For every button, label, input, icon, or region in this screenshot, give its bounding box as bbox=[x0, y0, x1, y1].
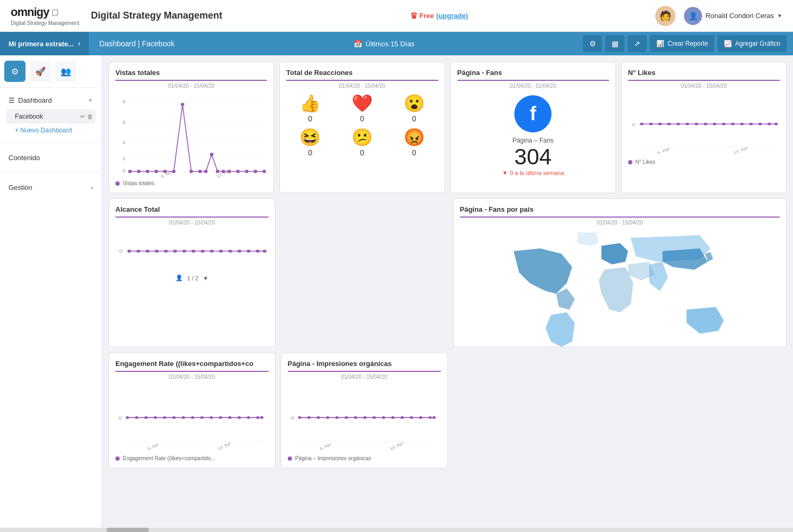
legend-dot bbox=[115, 181, 120, 186]
wow-emoji: 😮 bbox=[404, 93, 425, 113]
svg-point-42 bbox=[722, 123, 725, 126]
strategy-selector[interactable]: Mi primera estrate... › bbox=[0, 32, 89, 55]
svg-point-81 bbox=[210, 416, 213, 419]
upgrade-link[interactable]: (upgrade) bbox=[436, 12, 468, 20]
world-map bbox=[460, 230, 780, 347]
dashboard-label: Dashboard bbox=[18, 96, 52, 104]
svg-text:6. Apr: 6. Apr bbox=[656, 146, 671, 155]
svg-point-19 bbox=[204, 170, 208, 173]
heart-emoji: ❤️ bbox=[352, 93, 373, 113]
alcance-dropdown-icon[interactable]: ▼ bbox=[203, 275, 208, 281]
vistas-totales-date: 01/04/20 - 15/04/20 bbox=[115, 83, 267, 89]
facebook-edit-icon[interactable]: ✏ bbox=[80, 113, 85, 120]
impresiones-organicas-title: Página - Impresiones orgánicas bbox=[288, 360, 441, 372]
date-filter[interactable]: 📅 Últimos 15 Días bbox=[354, 40, 414, 48]
sidebar-item-dashboard[interactable]: ☰ Dashboard ▼ bbox=[6, 92, 95, 109]
sidebar-people-icon[interactable]: 👥 bbox=[55, 61, 77, 82]
svg-point-94 bbox=[307, 416, 311, 419]
settings-button[interactable]: ⚙ bbox=[583, 35, 602, 52]
svg-point-83 bbox=[228, 416, 231, 419]
facebook-big-icon: f bbox=[514, 95, 552, 132]
angry-emoji: 😡 bbox=[404, 127, 425, 147]
vistas-totales-chart: 8 6 4 2 0 bbox=[115, 93, 267, 178]
svg-point-103 bbox=[391, 416, 394, 419]
alcance-pagination: 👤 1 / 2 ▼ bbox=[115, 275, 269, 281]
svg-point-43 bbox=[731, 123, 734, 126]
n-likes-legend: N° Likes bbox=[628, 159, 780, 165]
svg-point-36 bbox=[667, 123, 671, 126]
agregar-grafico-button[interactable]: 📈 Agregar Gráfico bbox=[717, 35, 787, 52]
heart-count: 0 bbox=[360, 114, 364, 123]
share-button[interactable]: ⇗ bbox=[628, 35, 647, 52]
svg-text:0: 0 bbox=[632, 122, 636, 127]
svg-point-104 bbox=[400, 416, 404, 419]
sidebar-section-contenido: Contenido bbox=[0, 145, 102, 170]
svg-point-44 bbox=[740, 123, 744, 126]
person-icon: 👤 bbox=[176, 275, 183, 281]
new-dashboard-button[interactable]: + Nuevo Dashboard bbox=[6, 124, 95, 136]
svg-point-63 bbox=[219, 250, 223, 253]
svg-point-93 bbox=[298, 416, 301, 419]
sidebar-item-facebook[interactable]: Facebook ✏ 🗑 bbox=[6, 110, 95, 123]
vistas-totales-legend: Vistas totales bbox=[115, 180, 267, 186]
sidebar-settings-icon[interactable]: ⚙ bbox=[4, 61, 26, 82]
svg-point-12 bbox=[146, 170, 149, 173]
facebook-delete-icon[interactable]: 🗑 bbox=[87, 113, 93, 120]
breadcrumb: Dashboard | Facebook bbox=[89, 39, 185, 48]
new-dashboard-label: + Nuevo Dashboard bbox=[15, 127, 72, 134]
sidebar-item-gestion[interactable]: Gestión › bbox=[6, 179, 95, 196]
date-filter-label: Últimos 15 Días bbox=[365, 40, 414, 48]
dashboard-collapse-icon: ▼ bbox=[88, 97, 93, 103]
dashboard-list-icon: ☰ bbox=[9, 96, 15, 104]
n-likes-legend-label: N° Likes bbox=[636, 159, 655, 165]
content-area: Vistas totales 01/04/20 - 15/04/20 8 6 4… bbox=[102, 55, 793, 532]
svg-point-86 bbox=[256, 416, 260, 419]
svg-point-35 bbox=[658, 123, 662, 126]
impresiones-organicas-legend: Página – Impresiones orgánicas bbox=[288, 455, 441, 461]
svg-point-84 bbox=[238, 416, 241, 419]
svg-point-24 bbox=[236, 170, 240, 173]
svg-point-55 bbox=[146, 250, 149, 253]
pagina-fans-date: 01/04/20 - 15/04/20 bbox=[457, 83, 609, 89]
svg-point-59 bbox=[182, 250, 186, 253]
card-impresiones-organicas: Página - Impresiones orgánicas 01/04/20 … bbox=[281, 353, 448, 468]
logo-area: omnigy □ Digital Strategy Management Dig… bbox=[11, 5, 222, 26]
svg-point-40 bbox=[704, 123, 707, 126]
sidebar-rocket-icon[interactable]: 🚀 bbox=[30, 61, 51, 82]
svg-text:6. Apr: 6. Apr bbox=[147, 442, 160, 451]
svg-point-75 bbox=[154, 416, 157, 419]
n-likes-date: 01/04/20 - 15/04/20 bbox=[628, 83, 780, 89]
svg-point-79 bbox=[191, 416, 194, 419]
logo-bracket: □ bbox=[52, 7, 58, 18]
svg-point-16 bbox=[181, 103, 185, 106]
engagement-rate-legend: Engagement Rate ((likes+compartido... bbox=[115, 455, 269, 461]
svg-text:6: 6 bbox=[122, 119, 125, 125]
grid-button[interactable]: ▦ bbox=[605, 35, 624, 52]
crear-reporte-button[interactable]: 📊 Crear Reporte bbox=[650, 35, 714, 52]
sidebar-item-contenido[interactable]: Contenido bbox=[6, 149, 95, 166]
svg-point-13 bbox=[155, 170, 158, 173]
svg-point-34 bbox=[649, 123, 653, 126]
sidebar: ⚙ 🚀 👥 ☰ Dashboard ▼ Facebook ✏ 🗑 + Nuevo bbox=[0, 55, 102, 532]
svg-text:0: 0 bbox=[119, 416, 122, 421]
gestion-label: Gestión bbox=[9, 184, 32, 192]
svg-point-33 bbox=[640, 123, 644, 126]
svg-point-27 bbox=[262, 170, 266, 173]
svg-point-96 bbox=[326, 416, 329, 419]
fans-change-text: 0 a la última semana bbox=[510, 170, 564, 176]
decorative-avatar: 🧑 bbox=[655, 6, 675, 26]
user-menu[interactable]: 👤 Ronald Condori Ceras ▼ bbox=[684, 7, 782, 25]
calendar-icon: 📅 bbox=[354, 40, 362, 48]
alcance-total-chart: 0 bbox=[115, 230, 269, 272]
free-badge[interactable]: ♛ Free (upgrade) bbox=[410, 11, 468, 21]
arrow-down-icon: ▼ bbox=[502, 170, 508, 176]
total-reacciones-date: 01/04/20 - 15/04/20 bbox=[286, 83, 438, 89]
n-likes-chart: 0 bbox=[628, 93, 780, 157]
reaction-angry: 😡 0 bbox=[390, 127, 438, 157]
header-center: ♛ Free (upgrade) bbox=[222, 11, 655, 21]
svg-point-48 bbox=[774, 123, 778, 126]
svg-point-102 bbox=[382, 416, 385, 419]
horizontal-scrollbar[interactable] bbox=[0, 528, 793, 532]
scrollbar-thumb[interactable] bbox=[106, 528, 149, 532]
nav-bar: Mi primera estrate... › Dashboard | Face… bbox=[0, 32, 793, 55]
